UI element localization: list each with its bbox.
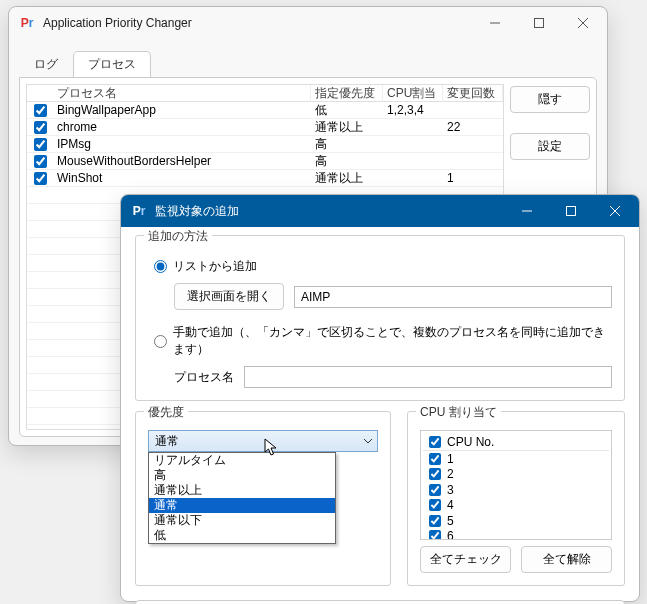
minimize-button[interactable] xyxy=(473,8,517,38)
cpu-group: CPU 割り当て CPU No. 123456 全てチェック 全て解除 xyxy=(407,411,625,586)
tab-bar: ログ プロセス xyxy=(9,39,607,77)
cpu-number: 5 xyxy=(447,514,609,528)
col-name[interactable]: プロセス名 xyxy=(53,85,311,102)
priority-option[interactable]: 通常以上 xyxy=(149,483,335,498)
dialog-close-button[interactable] xyxy=(593,196,637,226)
cell-priority: 低 xyxy=(311,102,383,119)
cpu-check-all-header[interactable] xyxy=(429,436,441,448)
cpu-checkbox[interactable] xyxy=(429,453,441,465)
cpu-group-label: CPU 割り当て xyxy=(416,404,501,421)
open-picker-button[interactable]: 選択画面を開く xyxy=(174,283,284,310)
method-group: 追加の方法 リストから追加 選択画面を開く AIMP 手動で追加（、「カンマ」で… xyxy=(135,235,625,401)
cpu-row[interactable]: 1 xyxy=(423,451,609,467)
cell-priority: 通常以上 xyxy=(311,119,383,136)
main-title: Application Priority Changer xyxy=(43,16,473,30)
cpu-number: 1 xyxy=(447,452,609,466)
hide-button[interactable]: 隠す xyxy=(510,86,590,113)
settings-button[interactable]: 設定 xyxy=(510,133,590,160)
manual-field-label: プロセス名 xyxy=(174,369,234,386)
col-changes[interactable]: 変更回数 xyxy=(443,85,503,102)
app-icon: Pr xyxy=(19,15,35,31)
tab-process[interactable]: プロセス xyxy=(73,51,151,77)
dialog-maximize-button[interactable] xyxy=(549,196,593,226)
dialog-minimize-button[interactable] xyxy=(505,196,549,226)
priority-option[interactable]: 通常 xyxy=(149,498,335,513)
svg-rect-1 xyxy=(535,19,544,28)
priority-option[interactable]: 通常以下 xyxy=(149,513,335,528)
add-target-dialog: Pr 監視対象の追加 追加の方法 リストから追加 選択画面を開く AIMP 手動… xyxy=(120,194,640,602)
cpu-number: 4 xyxy=(447,498,609,512)
row-checkbox[interactable] xyxy=(34,172,47,185)
row-checkbox[interactable] xyxy=(34,138,47,151)
svg-rect-5 xyxy=(567,207,576,216)
tab-log[interactable]: ログ xyxy=(19,51,73,77)
cell-name: WinShot xyxy=(53,171,311,185)
cpu-row[interactable]: 6 xyxy=(423,529,609,541)
cpu-row[interactable]: 5 xyxy=(423,513,609,529)
dialog-titlebar[interactable]: Pr 監視対象の追加 xyxy=(121,195,639,227)
close-button[interactable] xyxy=(561,8,605,38)
app-icon: Pr xyxy=(131,203,147,219)
cpu-list[interactable]: CPU No. 123456 xyxy=(420,430,612,540)
cpu-checkbox[interactable] xyxy=(429,530,441,540)
add-button[interactable]: 追加 xyxy=(135,600,625,604)
priority-option[interactable]: 低 xyxy=(149,528,335,543)
cell-name: MouseWithoutBordersHelper xyxy=(53,154,311,168)
row-checkbox[interactable] xyxy=(34,121,47,134)
maximize-button[interactable] xyxy=(517,8,561,38)
dialog-title: 監視対象の追加 xyxy=(155,203,505,220)
cpu-number: 2 xyxy=(447,467,609,481)
radio-from-list-label: リストから追加 xyxy=(173,258,257,275)
cell-changes: 1 xyxy=(443,171,503,185)
cpu-checkbox[interactable] xyxy=(429,499,441,511)
cpu-checkbox[interactable] xyxy=(429,468,441,480)
cell-name: IPMsg xyxy=(53,137,311,151)
radio-manual[interactable]: 手動で追加（、「カンマ」で区切ることで、複数のプロセス名を同時に追加できます） xyxy=(154,324,612,358)
cpu-checkbox[interactable] xyxy=(429,515,441,527)
cell-priority: 高 xyxy=(311,153,383,170)
priority-option[interactable]: リアルタイム xyxy=(149,453,335,468)
radio-from-list[interactable]: リストから追加 xyxy=(154,258,612,275)
cell-changes: 22 xyxy=(443,120,503,134)
priority-combo-value: 通常 xyxy=(155,433,179,450)
cpu-row[interactable]: 3 xyxy=(423,482,609,498)
table-row[interactable]: MouseWithoutBordersHelper高 xyxy=(27,153,503,170)
radio-from-list-input[interactable] xyxy=(154,260,167,273)
chevron-down-icon xyxy=(363,435,373,449)
cpu-col-header: CPU No. xyxy=(447,435,609,449)
cpu-number: 3 xyxy=(447,483,609,497)
cell-name: chrome xyxy=(53,120,311,134)
priority-dropdown[interactable]: リアルタイム高通常以上通常通常以下低 xyxy=(148,452,336,544)
col-cpu[interactable]: CPU割当 xyxy=(383,85,443,102)
check-all-button[interactable]: 全てチェック xyxy=(420,546,511,573)
priority-option[interactable]: 高 xyxy=(149,468,335,483)
cell-name: BingWallpaperApp xyxy=(53,103,311,117)
cell-priority: 高 xyxy=(311,136,383,153)
table-row[interactable]: WinShot通常以上1 xyxy=(27,170,503,187)
col-priority[interactable]: 指定優先度 xyxy=(311,85,383,102)
radio-manual-label: 手動で追加（、「カンマ」で区切ることで、複数のプロセス名を同時に追加できます） xyxy=(173,324,612,358)
cell-cpu: 1,2,3,4 xyxy=(383,103,443,117)
table-row[interactable]: IPMsg高 xyxy=(27,136,503,153)
uncheck-all-button[interactable]: 全て解除 xyxy=(521,546,612,573)
cpu-number: 6 xyxy=(447,529,609,540)
row-checkbox[interactable] xyxy=(34,155,47,168)
selected-process-field[interactable]: AIMP xyxy=(294,286,612,308)
table-row[interactable]: chrome通常以上22 xyxy=(27,119,503,136)
cpu-row[interactable]: 4 xyxy=(423,498,609,514)
priority-combo[interactable]: 通常 xyxy=(148,430,378,452)
table-header: プロセス名 指定優先度 CPU割当 変更回数 xyxy=(27,85,503,102)
priority-group: 優先度 通常 リアルタイム高通常以上通常通常以下低 xyxy=(135,411,391,586)
radio-manual-input[interactable] xyxy=(154,335,167,348)
table-row[interactable]: BingWallpaperApp低1,2,3,4 xyxy=(27,102,503,119)
cpu-row[interactable]: 2 xyxy=(423,467,609,483)
main-titlebar[interactable]: Pr Application Priority Changer xyxy=(9,7,607,39)
priority-group-label: 優先度 xyxy=(144,404,188,421)
row-checkbox[interactable] xyxy=(34,104,47,117)
cell-priority: 通常以上 xyxy=(311,170,383,187)
manual-process-field[interactable] xyxy=(244,366,612,388)
method-group-label: 追加の方法 xyxy=(144,228,212,245)
cpu-checkbox[interactable] xyxy=(429,484,441,496)
